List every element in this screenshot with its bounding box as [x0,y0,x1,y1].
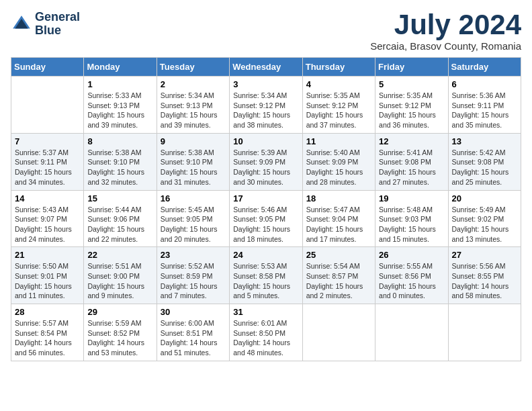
day-number: 26 [379,250,444,260]
weekday-header-wednesday: Wednesday [230,58,302,77]
calendar-cell: 9Sunrise: 5:38 AM Sunset: 9:10 PM Daylig… [157,133,229,190]
day-info: Sunrise: 6:01 AM Sunset: 8:50 PM Dayligh… [233,318,298,358]
weekday-header-friday: Friday [375,58,448,77]
week-row-4: 21Sunrise: 5:50 AM Sunset: 9:01 PM Dayli… [11,247,521,304]
logo-icon [11,13,32,35]
day-number: 13 [452,136,517,146]
day-info: Sunrise: 5:33 AM Sunset: 9:13 PM Dayligh… [87,91,152,130]
calendar-cell: 28Sunrise: 5:57 AM Sunset: 8:54 PM Dayli… [11,304,84,361]
day-info: Sunrise: 5:45 AM Sunset: 9:05 PM Dayligh… [161,205,226,244]
day-info: Sunrise: 5:56 AM Sunset: 8:55 PM Dayligh… [452,261,517,301]
calendar-cell: 16Sunrise: 5:45 AM Sunset: 9:05 PM Dayli… [157,190,229,247]
day-info: Sunrise: 5:52 AM Sunset: 8:59 PM Dayligh… [161,261,226,301]
calendar-cell: 6Sunrise: 5:36 AM Sunset: 9:11 PM Daylig… [448,77,521,134]
day-number: 5 [379,79,444,89]
weekday-header-saturday: Saturday [448,58,521,77]
calendar-cell: 5Sunrise: 5:35 AM Sunset: 9:12 PM Daylig… [375,77,448,134]
calendar-cell: 29Sunrise: 5:59 AM Sunset: 8:52 PM Dayli… [84,304,157,361]
logo: General Blue [11,11,80,38]
day-number: 17 [233,193,298,203]
day-number: 25 [306,250,371,260]
location: Sercaia, Brasov County, Romania [370,40,521,52]
day-info: Sunrise: 5:55 AM Sunset: 8:56 PM Dayligh… [379,261,444,301]
calendar-cell: 14Sunrise: 5:43 AM Sunset: 9:07 PM Dayli… [11,190,84,247]
day-info: Sunrise: 5:41 AM Sunset: 9:08 PM Dayligh… [379,148,444,187]
day-number: 16 [161,193,226,203]
day-number: 21 [15,250,80,260]
day-info: Sunrise: 5:43 AM Sunset: 9:07 PM Dayligh… [15,205,80,244]
day-number: 4 [306,79,371,89]
calendar-cell: 12Sunrise: 5:41 AM Sunset: 9:08 PM Dayli… [375,133,448,190]
day-info: Sunrise: 5:49 AM Sunset: 9:02 PM Dayligh… [452,205,517,244]
day-number: 22 [87,250,152,260]
day-info: Sunrise: 5:36 AM Sunset: 9:11 PM Dayligh… [452,91,517,130]
day-info: Sunrise: 5:35 AM Sunset: 9:12 PM Dayligh… [306,91,371,130]
day-number: 30 [161,307,226,317]
calendar-cell [448,304,521,361]
day-number: 31 [233,307,298,317]
day-info: Sunrise: 5:51 AM Sunset: 9:00 PM Dayligh… [87,261,152,301]
day-info: Sunrise: 5:54 AM Sunset: 8:57 PM Dayligh… [306,261,371,301]
day-info: Sunrise: 5:34 AM Sunset: 9:13 PM Dayligh… [161,91,226,130]
day-info: Sunrise: 5:48 AM Sunset: 9:03 PM Dayligh… [379,205,444,244]
calendar-cell: 8Sunrise: 5:38 AM Sunset: 9:10 PM Daylig… [84,133,157,190]
calendar-cell [302,304,375,361]
day-number: 2 [161,79,226,89]
weekday-header-row: SundayMondayTuesdayWednesdayThursdayFrid… [11,58,521,77]
calendar-cell: 25Sunrise: 5:54 AM Sunset: 8:57 PM Dayli… [302,247,375,304]
day-number: 8 [87,136,152,146]
day-number: 6 [452,79,517,89]
day-number: 19 [379,193,444,203]
day-number: 20 [452,193,517,203]
calendar-cell: 7Sunrise: 5:37 AM Sunset: 9:11 PM Daylig… [11,133,84,190]
day-number: 1 [87,79,152,89]
calendar-cell [11,77,84,134]
calendar-cell: 2Sunrise: 5:34 AM Sunset: 9:13 PM Daylig… [157,77,229,134]
week-row-3: 14Sunrise: 5:43 AM Sunset: 9:07 PM Dayli… [11,190,521,247]
weekday-header-thursday: Thursday [302,58,375,77]
calendar-cell: 11Sunrise: 5:40 AM Sunset: 9:09 PM Dayli… [302,133,375,190]
day-number: 18 [306,193,371,203]
calendar-cell: 15Sunrise: 5:44 AM Sunset: 9:06 PM Dayli… [84,190,157,247]
calendar-cell: 20Sunrise: 5:49 AM Sunset: 9:02 PM Dayli… [448,190,521,247]
calendar-cell: 4Sunrise: 5:35 AM Sunset: 9:12 PM Daylig… [302,77,375,134]
day-info: Sunrise: 5:38 AM Sunset: 9:10 PM Dayligh… [87,148,152,187]
calendar-cell: 1Sunrise: 5:33 AM Sunset: 9:13 PM Daylig… [84,77,157,134]
day-info: Sunrise: 5:39 AM Sunset: 9:09 PM Dayligh… [233,148,298,187]
calendar-cell: 31Sunrise: 6:01 AM Sunset: 8:50 PM Dayli… [230,304,302,361]
day-info: Sunrise: 6:00 AM Sunset: 8:51 PM Dayligh… [161,318,226,358]
day-number: 29 [87,307,152,317]
day-info: Sunrise: 5:40 AM Sunset: 9:09 PM Dayligh… [306,148,371,187]
calendar-cell: 3Sunrise: 5:34 AM Sunset: 9:12 PM Daylig… [230,77,302,134]
day-number: 28 [15,307,80,317]
day-info: Sunrise: 5:57 AM Sunset: 8:54 PM Dayligh… [15,318,80,358]
day-number: 14 [15,193,80,203]
day-number: 27 [452,250,517,260]
day-number: 7 [15,136,80,146]
calendar-cell: 18Sunrise: 5:47 AM Sunset: 9:04 PM Dayli… [302,190,375,247]
day-number: 24 [233,250,298,260]
day-info: Sunrise: 5:53 AM Sunset: 8:58 PM Dayligh… [233,261,298,301]
day-info: Sunrise: 5:42 AM Sunset: 9:08 PM Dayligh… [452,148,517,187]
calendar-cell: 24Sunrise: 5:53 AM Sunset: 8:58 PM Dayli… [230,247,302,304]
calendar-cell: 13Sunrise: 5:42 AM Sunset: 9:08 PM Dayli… [448,133,521,190]
calendar-cell [375,304,448,361]
calendar-cell: 10Sunrise: 5:39 AM Sunset: 9:09 PM Dayli… [230,133,302,190]
weekday-header-tuesday: Tuesday [157,58,229,77]
day-info: Sunrise: 5:35 AM Sunset: 9:12 PM Dayligh… [379,91,444,130]
day-info: Sunrise: 5:44 AM Sunset: 9:06 PM Dayligh… [87,205,152,244]
calendar-cell: 30Sunrise: 6:00 AM Sunset: 8:51 PM Dayli… [157,304,229,361]
day-number: 3 [233,79,298,89]
day-number: 10 [233,136,298,146]
day-number: 15 [87,193,152,203]
logo-text: General Blue [35,11,80,38]
calendar-cell: 26Sunrise: 5:55 AM Sunset: 8:56 PM Dayli… [375,247,448,304]
day-info: Sunrise: 5:46 AM Sunset: 9:05 PM Dayligh… [233,205,298,244]
week-row-5: 28Sunrise: 5:57 AM Sunset: 8:54 PM Dayli… [11,304,521,361]
calendar-cell: 19Sunrise: 5:48 AM Sunset: 9:03 PM Dayli… [375,190,448,247]
week-row-2: 7Sunrise: 5:37 AM Sunset: 9:11 PM Daylig… [11,133,521,190]
day-info: Sunrise: 5:59 AM Sunset: 8:52 PM Dayligh… [87,318,152,358]
header: General Blue July 2024 Sercaia, Brasov C… [11,11,521,52]
calendar-cell: 22Sunrise: 5:51 AM Sunset: 9:00 PM Dayli… [84,247,157,304]
day-number: 12 [379,136,444,146]
